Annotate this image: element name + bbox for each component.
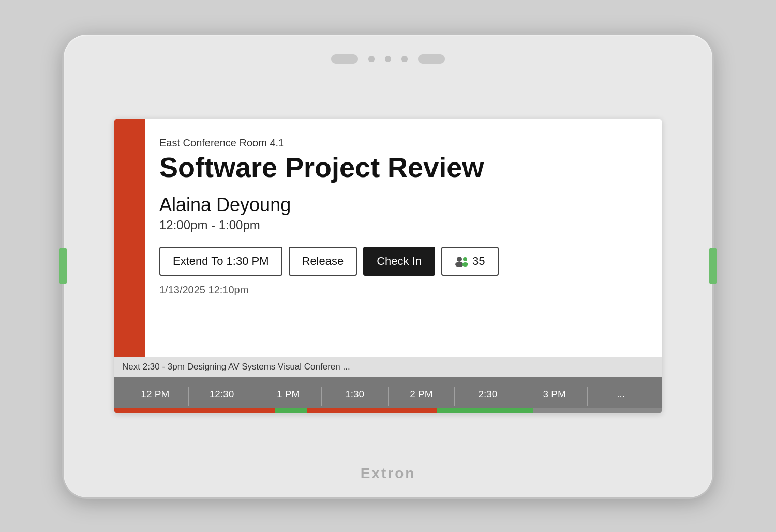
sensor-pill-right: [418, 54, 445, 64]
timeline-slot-4: 2 PM: [388, 387, 455, 406]
bar-segment-green-1: [275, 408, 307, 413]
timeline-color-bar: [114, 408, 662, 413]
timeline-slot-1: 12:30: [188, 387, 255, 406]
actions-row: Extend To 1:30 PM Release Check In: [159, 247, 641, 276]
bar-segment-green-2: [437, 408, 533, 413]
bar-segment-red-2: [307, 408, 436, 413]
release-button[interactable]: Release: [289, 247, 357, 276]
timeline-slot-6: 3 PM: [521, 387, 588, 406]
sensor-dot-1: [368, 56, 375, 62]
sensor-pill-left: [331, 54, 358, 64]
side-tab-right: [709, 248, 717, 284]
status-bar: [114, 119, 145, 357]
attendees-button[interactable]: 35: [441, 247, 498, 276]
timeline-slots: 12 PM12:301 PM1:302 PM2:303 PM...: [114, 387, 662, 406]
side-tab-left: [59, 248, 67, 284]
next-event-label: Next 2:30 - 3pm Designing AV Systems Vis…: [122, 362, 350, 372]
bar-segment-red-1: [114, 408, 275, 413]
next-event-bar: Next 2:30 - 3pm Designing AV Systems Vis…: [114, 357, 662, 377]
svg-point-2: [463, 257, 467, 261]
organizer-name: Alaina Deyoung: [159, 194, 641, 216]
room-name: East Conference Room 4.1: [159, 137, 641, 149]
extend-button[interactable]: Extend To 1:30 PM: [159, 247, 282, 276]
timeline-slot-0: 12 PM: [122, 387, 188, 406]
sensor-dot-2: [385, 56, 391, 62]
content-area: East Conference Room 4.1 Software Projec…: [114, 119, 662, 357]
attendees-count: 35: [472, 255, 485, 268]
meeting-time: 12:00pm - 1:00pm: [159, 218, 641, 232]
attendee-icon: [455, 256, 468, 267]
timeline-slot-5: 2:30: [454, 387, 521, 406]
main-info: East Conference Room 4.1 Software Projec…: [159, 135, 641, 346]
screen: East Conference Room 4.1 Software Projec…: [114, 119, 662, 413]
timestamp: 1/13/2025 12:10pm: [159, 284, 641, 296]
timeline-slot-3: 1:30: [321, 387, 388, 406]
sensor-bar: [331, 54, 445, 64]
brand-label: Extron: [361, 465, 416, 482]
svg-point-0: [457, 257, 462, 262]
sensor-dot-3: [401, 56, 408, 62]
device-shell: East Conference Room 4.1 Software Projec…: [62, 33, 714, 499]
bar-segment-gray: [533, 408, 662, 413]
svg-point-3: [462, 262, 468, 267]
checkin-button[interactable]: Check In: [363, 247, 435, 276]
meeting-title: Software Project Review: [159, 152, 641, 183]
timeline-slot-2: 1 PM: [255, 387, 321, 406]
timeline: 12 PM12:301 PM1:302 PM2:303 PM...: [114, 377, 662, 413]
timeline-slot-7: ...: [587, 387, 654, 406]
